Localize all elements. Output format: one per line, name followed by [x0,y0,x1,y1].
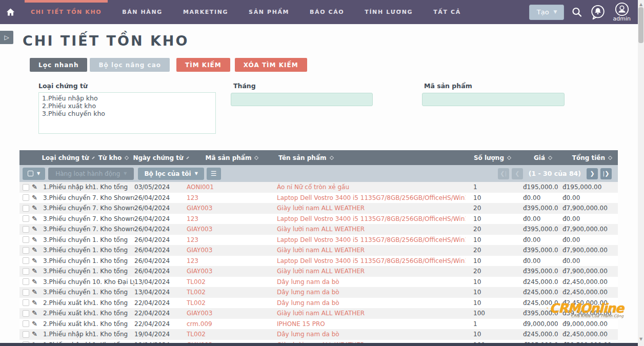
nav-item-san-pham[interactable]: SẢN PHẨM [238,0,299,24]
table-row[interactable]: ✎ 3.Phiếu chuyển kho 1. Kho tổng 13/04/2… [19,287,618,298]
scroll-up-icon[interactable]: ▲ [638,1,644,7]
cell-product-code[interactable]: 123 [187,257,277,264]
notifications-icon[interactable] [590,4,606,21]
row-checkbox[interactable] [23,247,29,254]
prev-page-button[interactable]: ❮ [512,168,523,179]
list-view-button[interactable]: ☰ [207,168,221,180]
table-row[interactable]: ✎ 1.Phiếu nhập kho 1. Kho tổng 19/04/202… [19,329,618,340]
cell-product-name[interactable]: Dây lưng nam da bò [277,278,466,286]
search-icon[interactable] [571,7,582,18]
column-header-from-warehouse[interactable]: Từ kho [92,154,134,161]
cell-product-name[interactable]: Dây lưng nam da bò [277,299,466,307]
row-checkbox[interactable] [23,205,29,212]
table-row[interactable]: ✎ 3.Phiếu chuyển kho 7. Kho Showroom 26/… [19,224,618,235]
batch-action-button[interactable]: Hàng loạt hành động ▼ [48,168,134,180]
table-row[interactable]: ✎ 2.Phiếu xuất kho 1. Kho tổng 22/04/202… [19,319,618,330]
clear-search-button[interactable]: XÓA TÌM KIẾM [235,58,307,72]
edit-icon[interactable]: ✎ [32,215,37,222]
cell-product-code[interactable]: GIAY003 [187,205,277,212]
cell-product-code[interactable]: TL002 [187,331,277,338]
cell-product-code[interactable]: TL002 [187,278,277,286]
nav-item-marketing[interactable]: MARKETING [173,0,238,24]
table-row[interactable]: ✎ 3.Phiếu chuyển kho 1. Kho tổng 26/04/2… [19,266,618,277]
cell-product-name[interactable]: Laptop Dell Vostro 3400 i5 1135G7/8GB/25… [277,215,466,222]
cell-product-code[interactable]: crm.009 [187,320,277,328]
month-input[interactable] [231,93,373,106]
cell-product-name[interactable]: IPHONE 15 PRO [277,320,466,328]
nav-item-chi-tiet-ton-kho[interactable]: CHI TIẾT TỒN KHO [21,0,112,24]
table-row[interactable]: ✎ 3.Phiếu chuyển kho 7. Kho Showroom 26/… [19,193,618,203]
table-row[interactable]: ✎ 2.Phiếu xuất kho 1. Kho tổng 22/04/202… [19,298,618,309]
advanced-filter-button[interactable]: Bộ lọc nâng cao [90,58,170,72]
select-all-dropdown[interactable]: ▼ [23,168,45,180]
nav-item-ban-hang[interactable]: BÁN HÀNG [112,0,173,24]
row-checkbox[interactable] [23,310,29,317]
product-code-input[interactable] [422,93,565,106]
my-filter-button[interactable]: Bộ lọc của tôi ▼ [138,168,204,180]
cell-product-code[interactable]: TL002 [187,299,277,307]
row-checkbox[interactable] [23,257,29,264]
column-header-total[interactable]: Tổng tiền [558,154,618,161]
row-checkbox[interactable] [23,299,29,306]
doc-type-option[interactable]: 3.Phiếu chuyển kho [42,110,212,117]
edit-icon[interactable]: ✎ [32,310,37,317]
scroll-down-icon[interactable]: ▼ [638,336,644,342]
edit-icon[interactable]: ✎ [32,320,37,328]
column-header-price[interactable]: Giá [517,154,558,161]
edit-icon[interactable]: ✎ [32,226,37,233]
cell-product-code[interactable]: GIAY003 [187,226,277,233]
last-page-button[interactable]: |❯ [600,168,612,179]
row-checkbox[interactable] [23,331,29,338]
table-row[interactable]: ✎ 3.Phiếu chuyển kho 1. Kho tổng 26/04/2… [19,256,618,267]
cell-product-code[interactable]: TL002 [187,289,277,296]
row-checkbox[interactable] [23,184,29,191]
cell-product-code[interactable]: GIAY003 [187,310,277,317]
doc-type-option[interactable]: 2.Phiếu xuất kho [42,102,212,110]
cell-product-code[interactable]: GIAY003 [187,247,277,254]
table-row[interactable]: ✎ 2.Phiếu xuất kho 1. Kho tổng 22/04/202… [19,308,618,319]
nav-item-bao-cao[interactable]: BÁO CÁO [299,0,354,24]
edit-icon[interactable]: ✎ [32,236,37,243]
search-button[interactable]: TÌM KIẾM [176,58,230,72]
sidebar-toggle-button[interactable]: ▷ [0,31,13,44]
table-row[interactable]: ✎ 3.Phiếu chuyển kho 1. Kho tổng 26/04/2… [19,235,618,246]
next-page-button[interactable]: ❯ [587,168,598,179]
cell-product-name[interactable]: Giày lười nam ALL WEATHER [277,310,466,317]
table-row[interactable]: ✎ 3.Phiếu chuyển kho 7. Kho Showroom 26/… [19,203,618,214]
row-checkbox[interactable] [23,320,29,327]
edit-icon[interactable]: ✎ [32,205,37,212]
cell-product-name[interactable]: Áo nỉ Nữ cổ tròn xẻ gấu [277,184,466,191]
cell-product-code[interactable]: GIAY003 [187,268,277,275]
edit-icon[interactable]: ✎ [32,289,37,296]
cell-product-name[interactable]: Giày lười nam ALL WEATHER [277,247,466,254]
column-header-doc-type[interactable]: Loại chứng từ [43,154,92,161]
cell-product-name[interactable]: Laptop Dell Vostro 3400 i5 1135G7/8GB/25… [277,257,466,264]
column-header-product-code[interactable]: Mã sản phẩm [187,154,277,161]
cell-product-code[interactable]: 123 [187,215,277,222]
row-checkbox[interactable] [23,268,29,275]
cell-product-name[interactable]: Dây lưng nam da bò [277,331,466,338]
cell-product-name[interactable]: Giày lười nam ALL WEATHER [277,205,466,212]
user-menu[interactable]: admin [613,2,631,22]
edit-icon[interactable]: ✎ [32,299,37,307]
table-row[interactable]: ✎ 3.Phiếu chuyển kho 1. Kho tổng 26/04/2… [19,245,618,256]
row-checkbox[interactable] [23,289,29,296]
edit-icon[interactable]: ✎ [32,184,37,191]
column-header-product-name[interactable]: Tên sản phẩm [277,154,466,161]
nav-item-tinh-luong[interactable]: TÍNH LƯƠNG [354,0,423,24]
cell-product-name[interactable]: Giày lười nam ALL WEATHER [277,268,466,275]
edit-icon[interactable]: ✎ [32,194,37,201]
cell-product-code[interactable]: AONI001 [187,184,277,191]
edit-icon[interactable]: ✎ [32,331,37,338]
column-header-doc-date[interactable]: Ngày chứng từ [134,154,187,161]
doc-type-listbox[interactable]: 1.Phiếu nhập kho 2.Phiếu xuất kho 3.Phiế… [38,92,216,134]
vertical-scrollbar[interactable]: ▲ ▼ [638,0,644,346]
cell-product-name[interactable]: Giày lười nam ALL WEATHER [277,226,466,233]
table-row[interactable]: ✎ 3.Phiếu chuyển kho 7. Kho Showroom 26/… [19,214,618,225]
first-page-button[interactable]: ❮| [498,168,509,179]
home-button[interactable] [0,8,21,16]
row-checkbox[interactable] [23,226,29,233]
edit-icon[interactable]: ✎ [32,247,37,254]
row-checkbox[interactable] [23,194,29,201]
row-checkbox[interactable] [23,278,29,285]
